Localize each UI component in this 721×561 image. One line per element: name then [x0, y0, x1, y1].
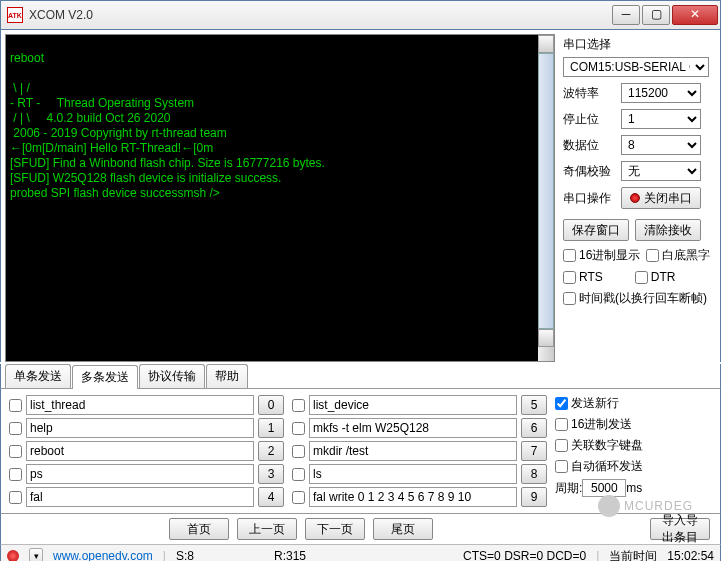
minimize-button[interactable]: ─: [612, 5, 640, 25]
terminal-output: reboot \ | / - RT - Thread Operating Sys…: [5, 34, 555, 362]
parity-select[interactable]: 无: [621, 161, 701, 181]
cmd-enable-checkbox[interactable]: [9, 445, 22, 458]
cmd-input[interactable]: [26, 395, 254, 415]
cmd-send-button[interactable]: 6: [521, 418, 547, 438]
op-label: 串口操作: [563, 190, 615, 207]
terminal-scrollbar[interactable]: [538, 35, 554, 361]
cmd-input[interactable]: [26, 487, 254, 507]
cmd-send-button[interactable]: 2: [258, 441, 284, 461]
cmd-send-button[interactable]: 0: [258, 395, 284, 415]
last-page-button[interactable]: 尾页: [373, 518, 433, 540]
port-select[interactable]: COM15:USB-SERIAL CH34: [563, 57, 709, 77]
record-icon: [630, 193, 640, 203]
parity-label: 奇偶校验: [563, 163, 615, 180]
import-export-button[interactable]: 导入导出条目: [650, 518, 710, 540]
cmd-send-button[interactable]: 7: [521, 441, 547, 461]
cmd-enable-checkbox[interactable]: [292, 445, 305, 458]
hex-show-checkbox[interactable]: 16进制显示: [563, 247, 640, 264]
app-icon: ATK: [7, 7, 23, 23]
cmd-enable-checkbox[interactable]: [9, 468, 22, 481]
cmd-enable-checkbox[interactable]: [292, 491, 305, 504]
prev-page-button[interactable]: 上一页: [237, 518, 297, 540]
watermark: MCURDEG: [598, 495, 693, 517]
status-bar: ▾ www.openedv.com | S:8 R:315 CTS=0 DSR=…: [0, 544, 721, 561]
data-label: 数据位: [563, 137, 615, 154]
time-label: 当前时间: [609, 548, 657, 562]
port-op-button[interactable]: 关闭串口: [621, 187, 701, 209]
cmd-send-button[interactable]: 1: [258, 418, 284, 438]
page-nav: 首页 上一页 下一页 尾页 导入导出条目: [0, 514, 721, 544]
stop-select[interactable]: 1: [621, 109, 701, 129]
cmd-row: 3: [9, 464, 284, 484]
cmd-row: 4: [9, 487, 284, 507]
numpad-checkbox[interactable]: 关联数字键盘: [555, 437, 643, 454]
titlebar: ATK XCOM V2.0 ─ ▢ ✕: [0, 0, 721, 30]
stop-label: 停止位: [563, 111, 615, 128]
tab-single-send[interactable]: 单条发送: [5, 364, 71, 388]
cmd-row: 9: [292, 487, 547, 507]
tab-help[interactable]: 帮助: [206, 364, 248, 388]
first-page-button[interactable]: 首页: [169, 518, 229, 540]
tab-bar: 单条发送 多条发送 协议传输 帮助: [0, 364, 721, 388]
cmd-row: 2: [9, 441, 284, 461]
cmd-input[interactable]: [309, 441, 517, 461]
cmd-enable-checkbox[interactable]: [292, 468, 305, 481]
data-select[interactable]: 8: [621, 135, 701, 155]
tab-protocol[interactable]: 协议传输: [139, 364, 205, 388]
cmd-row: 0: [9, 395, 284, 415]
port-section-title: 串口选择: [563, 36, 712, 53]
baud-label: 波特率: [563, 85, 615, 102]
cmd-row: 6: [292, 418, 547, 438]
time-value: 15:02:54: [667, 549, 714, 561]
cmd-row: 1: [9, 418, 284, 438]
cmd-row: 5: [292, 395, 547, 415]
cmd-enable-checkbox[interactable]: [9, 422, 22, 435]
next-page-button[interactable]: 下一页: [305, 518, 365, 540]
cmd-send-button[interactable]: 3: [258, 464, 284, 484]
cmd-input[interactable]: [26, 418, 254, 438]
cmd-send-button[interactable]: 5: [521, 395, 547, 415]
sent-count: S:8: [176, 549, 194, 561]
cmd-input[interactable]: [26, 441, 254, 461]
clear-recv-button[interactable]: 清除接收: [635, 219, 701, 241]
timestamp-checkbox[interactable]: 时间戳(以换行回车断帧): [563, 290, 707, 307]
cmd-enable-checkbox[interactable]: [9, 491, 22, 504]
side-panel: 串口选择 COM15:USB-SERIAL CH34 波特率115200 停止位…: [555, 30, 720, 362]
rts-checkbox[interactable]: RTS: [563, 270, 603, 284]
send-newline-checkbox[interactable]: 发送新行: [555, 395, 643, 412]
cmd-row: 7: [292, 441, 547, 461]
status-led-icon: [7, 550, 19, 561]
cmd-input[interactable]: [309, 487, 517, 507]
cmd-input[interactable]: [26, 464, 254, 484]
cmd-send-button[interactable]: 9: [521, 487, 547, 507]
hex-send-checkbox[interactable]: 16进制发送: [555, 416, 643, 433]
cmd-enable-checkbox[interactable]: [292, 422, 305, 435]
maximize-button[interactable]: ▢: [642, 5, 670, 25]
autoloop-checkbox[interactable]: 自动循环发送: [555, 458, 643, 475]
dtr-checkbox[interactable]: DTR: [635, 270, 676, 284]
close-button[interactable]: ✕: [672, 5, 718, 25]
line-status: CTS=0 DSR=0 DCD=0: [463, 549, 586, 561]
cmd-input[interactable]: [309, 418, 517, 438]
save-window-button[interactable]: 保存窗口: [563, 219, 629, 241]
white-black-checkbox[interactable]: 白底黑字: [646, 247, 710, 264]
period-label: 周期:: [555, 481, 582, 495]
period-unit: ms: [626, 481, 642, 495]
vendor-link[interactable]: www.openedv.com: [53, 549, 153, 561]
recv-count: R:315: [274, 549, 306, 561]
cmd-enable-checkbox[interactable]: [9, 399, 22, 412]
cmd-input[interactable]: [309, 395, 517, 415]
cmd-enable-checkbox[interactable]: [292, 399, 305, 412]
window-title: XCOM V2.0: [29, 8, 610, 22]
status-dropdown-icon[interactable]: ▾: [29, 548, 43, 561]
cmd-send-button[interactable]: 4: [258, 487, 284, 507]
baud-select[interactable]: 115200: [621, 83, 701, 103]
cmd-row: 8: [292, 464, 547, 484]
cmd-input[interactable]: [309, 464, 517, 484]
tab-multi-send[interactable]: 多条发送: [72, 365, 138, 389]
cmd-send-button[interactable]: 8: [521, 464, 547, 484]
